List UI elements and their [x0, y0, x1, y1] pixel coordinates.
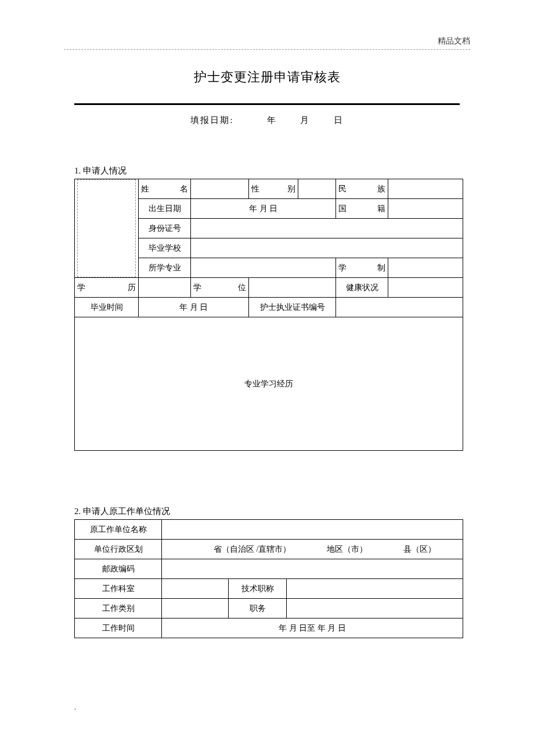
value-school — [191, 238, 463, 258]
label-grad-time: 毕业时间 — [75, 298, 139, 317]
label-tech-title: 技术职称 — [229, 579, 287, 599]
label-cert-no: 护士执业证书编号 — [249, 298, 336, 317]
value-org-name — [162, 520, 463, 540]
label-education: 学历 — [75, 278, 139, 298]
region-city: 地区（市） — [327, 544, 367, 555]
footer-mark: . — [74, 703, 76, 712]
value-position — [287, 599, 463, 618]
value-cert-no — [336, 298, 463, 317]
region-province: 省（自治区 /直辖市） — [214, 544, 291, 555]
value-department — [162, 579, 229, 599]
label-work-type: 工作类别 — [75, 599, 162, 618]
label-ethnicity: 民族 — [336, 179, 388, 199]
label-health: 健康状况 — [336, 278, 388, 298]
value-id-number — [191, 219, 463, 238]
label-region: 单位行政区划 — [75, 540, 162, 559]
label-work-time: 工作时间 — [75, 618, 162, 638]
label-department: 工作科室 — [75, 579, 162, 599]
study-history-cell: 专业学习经历 — [75, 317, 463, 451]
label-org-name: 原工作单位名称 — [75, 520, 162, 540]
section1-heading: 1. 申请人情况 — [74, 165, 127, 176]
value-degree — [249, 278, 336, 298]
label-position: 职务 — [229, 599, 287, 618]
value-postcode — [162, 559, 463, 579]
value-major — [191, 258, 336, 278]
fill-date-month: 月 — [300, 115, 310, 125]
value-birth-date: 年 月 日 — [191, 199, 336, 219]
photo-cell — [75, 179, 139, 278]
label-history: 专业学习经历 — [244, 379, 293, 388]
region-county: 县（区） — [403, 544, 436, 555]
header-watermark: 精品文档 — [438, 36, 470, 46]
label-name: 姓名 — [139, 179, 191, 199]
header-divider — [64, 49, 470, 50]
value-duration — [388, 258, 463, 278]
label-duration: 学制 — [336, 258, 388, 278]
label-school: 毕业学校 — [139, 238, 191, 258]
label-birth-date: 出生日期 — [139, 199, 191, 219]
fill-date-day: 日 — [334, 115, 344, 125]
value-work-type — [162, 599, 229, 618]
value-health — [388, 278, 463, 298]
previous-workplace-table: 原工作单位名称 单位行政区划 省（自治区 /直辖市） 地区（市） 县（区） 邮政… — [74, 519, 463, 638]
document-title: 护士变更注册申请审核表 — [0, 68, 534, 86]
value-work-time: 年 月 日至 年 月 日 — [162, 618, 463, 638]
label-postcode: 邮政编码 — [75, 559, 162, 579]
value-name — [191, 179, 249, 199]
section2-heading: 2. 申请人原工作单位情况 — [74, 506, 170, 517]
value-gender — [298, 179, 336, 199]
label-degree: 学位 — [191, 278, 249, 298]
label-nationality: 国籍 — [336, 199, 388, 219]
label-id-number: 身份证号 — [139, 219, 191, 238]
applicant-info-table: 姓名 性别 民族 出生日期 年 月 日 国籍 身份证号 毕业学校 所学专业 学制… — [74, 179, 463, 451]
value-grad-time: 年 月 日 — [139, 298, 249, 317]
value-region: 省（自治区 /直辖市） 地区（市） 县（区） — [162, 540, 463, 559]
fill-date-line: 填报日期: 年 月 日 — [0, 115, 534, 126]
title-underline — [74, 103, 460, 105]
fill-date-label: 填报日期: — [190, 115, 233, 125]
photo-placeholder — [77, 179, 136, 277]
fill-date-year: 年 — [267, 115, 277, 125]
value-nationality — [388, 199, 463, 219]
label-major: 所学专业 — [139, 258, 191, 278]
value-education — [139, 278, 191, 298]
value-ethnicity — [388, 179, 463, 199]
label-gender: 性别 — [249, 179, 298, 199]
value-tech-title — [287, 579, 463, 599]
